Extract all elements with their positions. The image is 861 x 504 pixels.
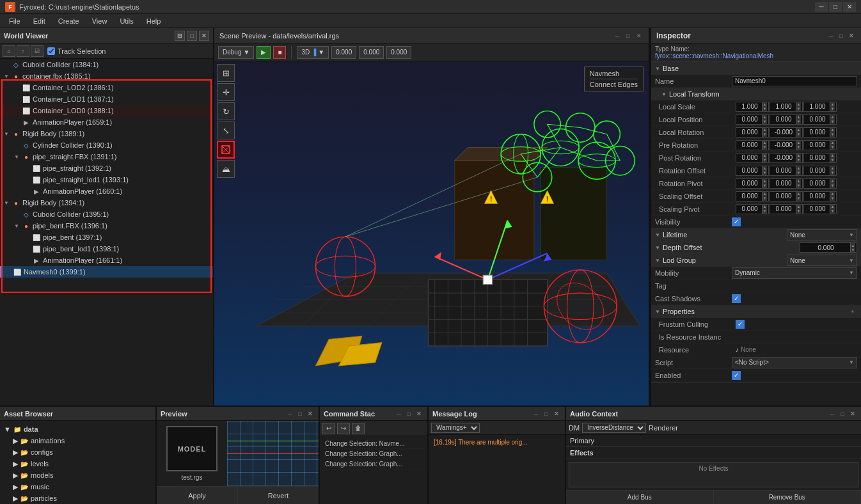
properties-add-btn[interactable]: + xyxy=(848,307,857,316)
cmd-redo-btn[interactable]: ↪ xyxy=(337,423,350,434)
stop-button[interactable]: ■ xyxy=(273,46,286,59)
pre-rot-x[interactable]: 0.000 ▲▼ xyxy=(736,140,769,150)
rot-piv-x[interactable]: 0.000 ▲▼ xyxy=(736,178,769,189)
local-pos-x[interactable]: 0.000 ▲▼ xyxy=(736,114,769,125)
apply-button[interactable]: Apply xyxy=(157,487,238,504)
cmd-minimize-btn[interactable]: ─ xyxy=(394,409,403,418)
scl-off-y[interactable]: 0.000 ▲▼ xyxy=(770,191,803,201)
cmd-undo-btn[interactable]: ↩ xyxy=(322,423,335,434)
cmd-entry[interactable]: Change Selection: Graph... xyxy=(322,449,425,459)
mobility-dropdown[interactable]: Dynamic ▼ xyxy=(732,267,857,279)
tree-item[interactable]: ⬜Container_LOD1 (1387:1) xyxy=(0,93,213,105)
preview-close-btn[interactable]: ✕ xyxy=(306,409,315,418)
lifetime-header[interactable]: ▼ Lifetime None ▼ xyxy=(651,228,861,241)
tree-item[interactable]: ▼●pipe_bent.FBX (1396:1) xyxy=(0,220,213,232)
ab-folder-levels[interactable]: ▶ 📂 levels xyxy=(12,458,153,469)
ab-folder-data[interactable]: ▼ 📁 data xyxy=(3,423,153,435)
scene-maximize-btn[interactable]: □ xyxy=(624,31,633,40)
log-maximize-btn[interactable]: □ xyxy=(542,409,551,418)
cmd-clear-btn[interactable]: 🗑 xyxy=(352,423,365,434)
scl-piv-y[interactable]: 0.000 ▲▼ xyxy=(770,204,803,214)
log-minimize-btn[interactable]: ─ xyxy=(532,409,541,418)
lod-group-dropdown[interactable]: None ▼ xyxy=(787,255,857,266)
preview-maximize-btn[interactable]: □ xyxy=(296,409,304,418)
audio-minimize-btn[interactable]: ─ xyxy=(828,409,837,418)
wv-tool-home[interactable]: ⌂ xyxy=(3,45,15,57)
preview-minimize-btn[interactable]: ─ xyxy=(285,409,294,418)
tree-item[interactable]: ▼●pipe_straight.FBX (1391:1) xyxy=(0,151,213,162)
coord3-field[interactable]: 0.000 xyxy=(386,46,411,59)
script-dropdown[interactable]: <No Script> ▼ xyxy=(732,357,857,368)
tree-item[interactable]: ◇Cuboid Collider (1384:1) xyxy=(0,59,213,70)
local-rot-x[interactable]: 0.000 ▲▼ xyxy=(736,127,769,138)
wv-icon-btn-2[interactable]: □ xyxy=(187,31,197,41)
scl-off-z[interactable]: 0.000 ▲▼ xyxy=(803,191,837,201)
tree-item[interactable]: ⬜pipe_straight (1392:1) xyxy=(0,162,213,174)
debug-dropdown[interactable]: Debug ▼ xyxy=(218,46,254,59)
inspector-minimize-btn[interactable]: ─ xyxy=(826,31,835,40)
lifetime-dropdown[interactable]: None ▼ xyxy=(787,229,857,240)
wv-tool-up[interactable]: ↑ xyxy=(17,45,29,57)
audio-maximize-btn[interactable]: □ xyxy=(838,409,847,418)
tree-item[interactable]: ⬜pipe_bent_lod1 (1398:1) xyxy=(0,243,213,255)
tree-item[interactable]: ⬜Container_LOD2 (1386:1) xyxy=(0,82,213,93)
tree-item[interactable]: ⬜pipe_straight_lod1 (1393:1) xyxy=(0,174,213,185)
frustum-culling-checkbox[interactable]: ✓ xyxy=(736,320,745,329)
inspector-close-btn[interactable]: ✕ xyxy=(847,31,856,40)
menu-view[interactable]: View xyxy=(86,16,114,26)
local-transform-header[interactable]: ▼ Local Transform Local Transform xyxy=(651,88,861,100)
tree-item[interactable]: ◇Cylinder Collider (1390:1) xyxy=(0,139,213,151)
add-bus-button[interactable]: Add Bus xyxy=(566,491,714,504)
depth-offset-header[interactable]: ▼ Depth Offset 0.000 ▲▼ xyxy=(651,241,861,254)
post-rot-y[interactable]: -0.000 ▲▼ xyxy=(770,153,803,163)
local-rot-y[interactable]: -0.000 ▲▼ xyxy=(770,127,803,138)
local-pos-y[interactable]: 0.000 ▲▼ xyxy=(770,114,803,125)
distance-model-dropdown[interactable]: InverseDistance xyxy=(582,423,646,433)
scl-piv-x[interactable]: 0.000 ▲▼ xyxy=(736,204,769,214)
ab-folder-music[interactable]: ▶ 📂 music xyxy=(12,481,153,492)
inspector-maximize-btn[interactable]: □ xyxy=(837,31,846,40)
post-rot-z[interactable]: 0.000 ▲▼ xyxy=(803,153,837,163)
tree-item[interactable]: ◇Cuboid Collider (1395:1) xyxy=(0,209,213,220)
cmd-entry[interactable]: Change Selection: Navme... xyxy=(322,439,425,449)
ab-folder-models[interactable]: ▶ 📂 models xyxy=(12,469,153,481)
ab-folder-configs[interactable]: ▶ 📂 configs xyxy=(12,446,153,458)
log-filter-dropdown[interactable]: Warnings+ xyxy=(431,423,480,433)
local-scale-z[interactable]: 1.000 ▲▼ xyxy=(803,102,837,112)
cmd-maximize-btn[interactable]: □ xyxy=(404,409,413,418)
pre-rot-z[interactable]: 0.000 ▲▼ xyxy=(803,140,837,150)
log-close-btn[interactable]: ✕ xyxy=(552,409,561,418)
rot-off-x[interactable]: 0.000 ▲▼ xyxy=(736,166,769,176)
base-section-header[interactable]: ▼ Base xyxy=(651,62,861,75)
tree-item[interactable]: ▼●Rigid Body (1389:1) xyxy=(0,128,213,139)
audio-close-btn[interactable]: ✕ xyxy=(848,409,857,418)
scene-close-btn[interactable]: ✕ xyxy=(635,31,644,40)
coord2-field[interactable]: 0.000 xyxy=(359,46,384,59)
tree-item[interactable]: ⬜pipe_bent (1397:1) xyxy=(0,232,213,243)
lod-group-header[interactable]: ▼ Lod Group None ▼ xyxy=(651,254,861,267)
menu-file[interactable]: File xyxy=(3,16,27,26)
ab-folder-particles[interactable]: ▶ 📂 particles xyxy=(12,492,153,504)
properties-header[interactable]: ▼ Properties + xyxy=(651,305,861,318)
tree-item[interactable]: ▼●container.fbx (1385:1) xyxy=(0,70,213,82)
scene-minimize-btn[interactable]: ─ xyxy=(613,31,622,40)
post-rot-x[interactable]: 0.000 ▲▼ xyxy=(736,153,769,163)
scl-piv-z[interactable]: 0.000 ▲▼ xyxy=(803,204,837,214)
local-scale-x[interactable]: 1.000 ▲▼ xyxy=(736,102,769,112)
menu-create[interactable]: Create xyxy=(52,16,86,26)
cast-shadows-checkbox[interactable]: ✓ xyxy=(732,294,741,303)
coord1-field[interactable]: 0.000 xyxy=(331,46,356,59)
tree-item[interactable]: ⬜Container_LOD0 (1388:1) xyxy=(0,105,213,116)
tree-item[interactable]: ▶AnimationPlayer (1661:1) xyxy=(0,255,213,266)
scl-off-x[interactable]: 0.000 ▲▼ xyxy=(736,191,769,201)
menu-help[interactable]: Help xyxy=(140,16,168,26)
rot-off-y[interactable]: 0.000 ▲▼ xyxy=(770,166,803,176)
cmd-entry[interactable]: Change Selection: Graph... xyxy=(322,459,425,469)
scene-canvas[interactable]: Navmesh Connect Edges ⊞ ✛ ↻ ⤡ xyxy=(214,61,649,406)
remove-bus-button[interactable]: Remove Bus xyxy=(714,491,862,504)
name-value[interactable]: Navmesh0 xyxy=(732,76,857,86)
close-button[interactable]: ✕ xyxy=(843,2,856,12)
visibility-checkbox[interactable]: ✓ xyxy=(732,217,741,226)
pre-rot-y[interactable]: -0.000 ▲▼ xyxy=(770,140,803,150)
wv-icon-btn-1[interactable]: ⊟ xyxy=(175,31,185,41)
